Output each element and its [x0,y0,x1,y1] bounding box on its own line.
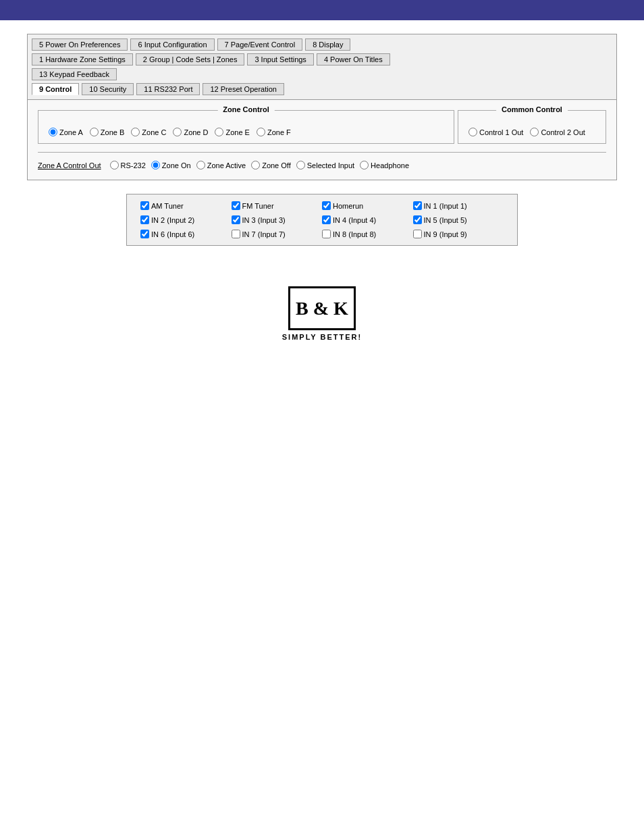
divider [38,152,606,153]
selected-input-radio[interactable] [296,161,305,170]
ctrl2-out-item[interactable]: Control 2 Out [530,128,585,136]
in1-item[interactable]: IN 1 (Input 1) [413,201,504,210]
zone-c-radio[interactable] [131,128,140,136]
checkbox-grid: AM Tuner FM Tuner Homerun IN 1 (Input 1)… [140,201,504,238]
homerun-checkbox[interactable] [322,201,331,210]
zone-f-label-text: Zone F [267,128,291,136]
tab-10-security[interactable]: 10 Security [82,83,134,95]
in6-checkbox[interactable] [140,230,149,238]
bk-logo-text: B & K [296,298,348,319]
zone-on-radio[interactable] [151,161,160,170]
tab-6-input-configuration[interactable]: 6 Input Configuration [130,38,214,51]
tab-12-preset-operation[interactable]: 12 Preset Operation [203,83,284,95]
in8-checkbox[interactable] [322,230,331,238]
in1-label: IN 1 (Input 1) [424,202,467,210]
ctrl2-out-radio[interactable] [530,128,539,136]
in1-checkbox[interactable] [413,201,422,210]
common-control-section: Common Control Control 1 Out Control 2 O… [458,110,606,144]
in4-item[interactable]: IN 4 (Input 4) [322,215,413,224]
rs232-item[interactable]: RS-232 [110,161,146,170]
zone-e-item[interactable]: Zone E [215,128,249,136]
tab-row-4: 9 Control 10 Security 11 RS232 Port 12 P… [32,83,612,95]
zone-b-radio[interactable] [90,128,99,136]
in4-checkbox[interactable] [322,215,331,224]
tab-2-group-code-sets-zones[interactable]: 2 Group | Code Sets | Zones [136,53,245,66]
in2-item[interactable]: IN 2 (Input 2) [140,215,232,224]
checkbox-panel: AM Tuner FM Tuner Homerun IN 1 (Input 1)… [126,194,518,246]
in7-item[interactable]: IN 7 (Input 7) [232,230,323,238]
homerun-item[interactable]: Homerun [322,201,413,210]
fm-tuner-label: FM Tuner [242,202,274,210]
zone-a-radio[interactable] [49,128,57,136]
tab-13-keypad-feedback[interactable]: 13 Keypad Feedback [32,68,117,80]
tab-1-hardware-zone-settings[interactable]: 1 Hardware Zone Settings [32,53,133,66]
fm-tuner-item[interactable]: FM Tuner [232,201,323,210]
zone-b-label-text: Zone B [101,128,124,136]
in2-label: IN 2 (Input 2) [151,216,194,224]
in4-label: IN 4 (Input 4) [333,216,376,224]
tab-row-2: 1 Hardware Zone Settings 2 Group | Code … [32,53,612,66]
tab-row-3: 13 Keypad Feedback [32,68,612,80]
in8-item[interactable]: IN 8 (Input 8) [322,230,413,238]
zone-d-radio[interactable] [173,128,182,136]
rs232-radio[interactable] [110,161,119,170]
fm-tuner-checkbox[interactable] [232,201,240,210]
in2-checkbox[interactable] [140,215,149,224]
tab-5-power-on-preferences[interactable]: 5 Power On Preferences [32,38,128,51]
tab-11-rs232-port[interactable]: 11 RS232 Port [136,83,200,95]
in5-item[interactable]: IN 5 (Input 5) [413,215,504,224]
header-bar [0,0,644,20]
ctrl1-out-label: Control 1 Out [479,128,523,136]
zone-f-item[interactable]: Zone F [257,128,291,136]
in5-checkbox[interactable] [413,215,422,224]
in6-label: IN 6 (Input 6) [151,230,194,238]
logo-area: B & K SIMPLY BETTER! [27,286,617,341]
tabs-container: 5 Power On Preferences 6 Input Configura… [27,34,617,100]
in9-label: IN 9 (Input 9) [424,230,467,238]
zone-a-item[interactable]: Zone A [49,128,83,136]
headphone-item[interactable]: Headphone [360,161,409,170]
tab-8-display[interactable]: 8 Display [305,38,350,51]
zone-active-radio[interactable] [196,161,205,170]
zone-c-item[interactable]: Zone C [131,128,166,136]
zone-e-radio[interactable] [215,128,223,136]
zone-e-label-text: Zone E [225,128,249,136]
zone-c-label-text: Zone C [142,128,166,136]
ctrl1-out-item[interactable]: Control 1 Out [468,128,523,136]
in3-checkbox[interactable] [232,215,240,224]
bk-tagline: SIMPLY BETTER! [282,333,362,341]
tab-4-power-on-titles[interactable]: 4 Power On Titles [317,53,390,66]
zone-off-radio[interactable] [251,161,260,170]
headphone-radio[interactable] [360,161,369,170]
zone-d-item[interactable]: Zone D [173,128,208,136]
in3-label: IN 3 (Input 3) [242,216,286,224]
main-content: 5 Power On Preferences 6 Input Configura… [0,20,644,355]
in9-item[interactable]: IN 9 (Input 9) [413,230,504,238]
common-control-title: Common Control [496,105,568,113]
am-tuner-checkbox[interactable] [140,201,149,210]
selected-input-item[interactable]: Selected Input [296,161,354,170]
in9-checkbox[interactable] [413,230,422,238]
tab-9-control[interactable]: 9 Control [32,83,79,95]
zone-active-item[interactable]: Zone Active [196,161,246,170]
control-sections: Zone Control Zone A Zone B Zone C [38,110,606,144]
in7-label: IN 7 (Input 7) [242,230,286,238]
common-radio-row: Control 1 Out Control 2 Out [468,128,595,136]
zone-off-item[interactable]: Zone Off [251,161,291,170]
zone-b-item[interactable]: Zone B [90,128,124,136]
am-tuner-item[interactable]: AM Tuner [140,201,232,210]
headphone-label: Headphone [371,161,409,170]
ctrl1-out-radio[interactable] [468,128,477,136]
selected-input-label: Selected Input [307,161,354,170]
zone-f-radio[interactable] [257,128,265,136]
zone-on-item[interactable]: Zone On [151,161,191,170]
zone-on-label: Zone On [162,161,191,170]
homerun-label: Homerun [333,202,363,210]
tab-7-page-event-control[interactable]: 7 Page/Event Control [217,38,303,51]
in5-label: IN 5 (Input 5) [424,216,467,224]
am-tuner-label: AM Tuner [151,202,184,210]
in6-item[interactable]: IN 6 (Input 6) [140,230,232,238]
in7-checkbox[interactable] [232,230,240,238]
tab-3-input-settings[interactable]: 3 Input Settings [247,53,313,66]
in3-item[interactable]: IN 3 (Input 3) [232,215,323,224]
